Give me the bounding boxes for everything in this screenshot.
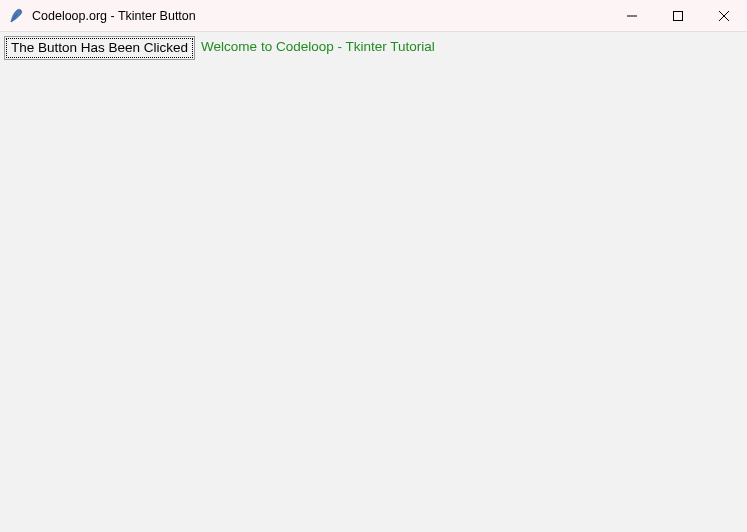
svg-rect-1 [674, 11, 683, 20]
close-button[interactable] [701, 0, 747, 31]
client-area: The Button Has Been Clicked Welcome to C… [0, 32, 747, 532]
welcome-label: Welcome to Codeloop - Tkinter Tutorial [195, 36, 441, 58]
titlebar: Codeloop.org - Tkinter Button [0, 0, 747, 32]
clicked-button[interactable]: The Button Has Been Clicked [4, 36, 195, 60]
minimize-button[interactable] [609, 0, 655, 31]
window-title: Codeloop.org - Tkinter Button [32, 9, 609, 23]
window-controls [609, 0, 747, 31]
tkinter-feather-icon [8, 8, 24, 24]
maximize-button[interactable] [655, 0, 701, 31]
